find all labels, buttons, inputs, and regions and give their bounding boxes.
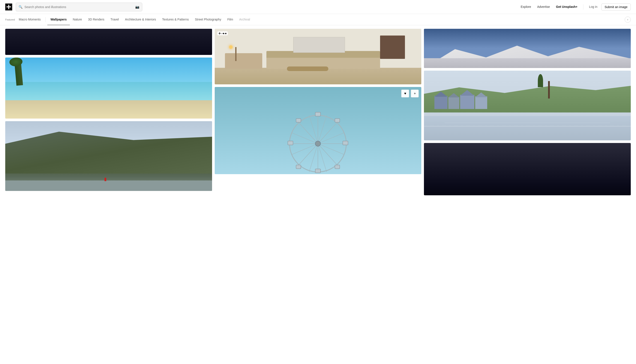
nav-explore[interactable]: Explore [521, 1, 533, 13]
camera-search-icon[interactable]: 📷 [135, 5, 139, 9]
tabs-more-button[interactable]: › [625, 16, 631, 23]
photo-col-3 [424, 29, 631, 195]
watermark-icon [219, 32, 221, 34]
photo-overlay-mountain [5, 121, 212, 191]
featured-label: Featured [5, 18, 15, 21]
unsplash-watermark: ⌐■-■ [217, 32, 228, 35]
submit-image-button[interactable]: Submit an image [601, 4, 631, 10]
photo-overlay [5, 29, 212, 55]
tab-nature[interactable]: Nature [70, 14, 85, 25]
tab-textures-patterns[interactable]: Textures & Patterns [159, 14, 192, 25]
unsplash-logo-icon [7, 5, 11, 9]
tab-architecture-interiors[interactable]: Architecture & Interiors [122, 14, 159, 25]
tab-archival[interactable]: Archival [236, 14, 253, 25]
photo-card-ferris-wheel[interactable]: ♥ + [215, 87, 422, 174]
watermark-text: ⌐■-■ [221, 32, 226, 35]
photo-card-mountain[interactable] [5, 121, 212, 191]
tab-wallpapers[interactable]: Wallpapers [47, 14, 70, 25]
photo-overlay-dark [424, 143, 631, 195]
photo-overlay-beach [5, 58, 212, 118]
main-content: ⌐■-■ [0, 25, 636, 199]
search-bar[interactable]: 🔍 📷 [16, 2, 142, 11]
photo-overlay-ferris [215, 87, 422, 174]
photo-card-dark-top[interactable] [5, 29, 212, 55]
nav-log-in[interactable]: Log in [587, 1, 599, 13]
tab-street-photography[interactable]: Street Photography [192, 14, 224, 25]
nav-get-plus[interactable]: Get Unsplash+ [554, 1, 579, 13]
tab-macro-moments[interactable]: Macro Moments [16, 14, 44, 25]
photo-col-2: ⌐■-■ [215, 29, 422, 195]
photo-card-houses[interactable] [424, 70, 631, 140]
search-icon: 🔍 [19, 5, 23, 9]
photo-overlay-snowy [424, 29, 631, 68]
tab-travel[interactable]: Travel [107, 14, 122, 25]
nav-separator [583, 4, 583, 10]
photo-overlay-living-room [215, 29, 422, 84]
photo-grid: ⌐■-■ [5, 29, 631, 195]
photo-card-beach[interactable] [5, 58, 212, 118]
photo-overlay-houses [424, 70, 631, 140]
photo-card-dark-bottom[interactable] [424, 143, 631, 195]
logo[interactable] [5, 4, 12, 10]
photo-card-snowy-mountain[interactable] [424, 29, 631, 68]
header: 🔍 📷 Explore Advertise Get Unsplash+ Log … [0, 0, 636, 14]
tab-separator [45, 17, 46, 22]
photo-card-living-room[interactable]: ⌐■-■ [215, 29, 422, 84]
tab-film[interactable]: Film [224, 14, 236, 25]
search-input[interactable] [25, 5, 134, 9]
tabs-bar: Featured Macro Moments Wallpapers Nature… [0, 14, 636, 25]
header-nav: Explore Advertise Get Unsplash+ Log in S… [521, 1, 631, 13]
tab-3d-renders[interactable]: 3D Renders [85, 14, 108, 25]
photo-col-1 [5, 29, 212, 195]
nav-advertise[interactable]: Advertise [535, 1, 552, 13]
